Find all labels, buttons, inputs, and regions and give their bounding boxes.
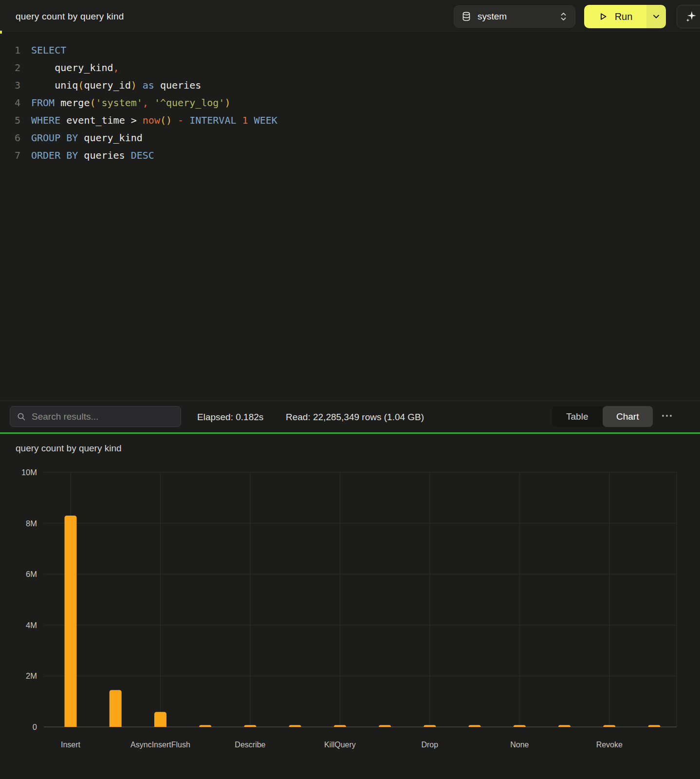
chevron-up-down-icon — [560, 11, 567, 22]
code-text: ORDER BY queries DESC — [31, 147, 154, 164]
code-token: INTERVAL — [189, 114, 236, 126]
more-options-button[interactable] — [658, 409, 676, 422]
y-tick-label: 0 — [33, 723, 37, 731]
bar-chart: 10M8M6M4M2M0InsertAsyncInsertFlushDescri… — [0, 458, 700, 779]
query-title: query count by query kind — [16, 0, 124, 33]
code-text: WHERE event_time > now() - INTERVAL 1 WE… — [31, 111, 277, 129]
x-tick-label: Revoke — [596, 741, 623, 749]
bar[interactable] — [110, 690, 122, 727]
x-tick-label: AsyncInsertFlush — [130, 741, 190, 749]
bar[interactable] — [65, 516, 77, 727]
code-token: DESC — [131, 149, 154, 161]
x-tick-label: KillQuery — [324, 741, 356, 749]
code-text: uniq(query_id) as queries — [31, 76, 201, 94]
code-token: as — [143, 79, 154, 91]
bar[interactable] — [244, 725, 256, 727]
ellipsis-icon — [662, 415, 664, 417]
code-text: SELECT — [31, 41, 66, 59]
view-toggle: Table Chart — [552, 406, 653, 427]
y-tick-label: 10M — [21, 468, 37, 477]
database-selector-value: system — [478, 11, 560, 22]
app-header: query count by query kind system Run — [0, 0, 700, 33]
code-token — [172, 114, 178, 126]
code-token: event_time > — [60, 114, 143, 126]
play-icon — [598, 12, 608, 21]
search-results-box — [10, 406, 181, 427]
bar[interactable] — [648, 725, 660, 727]
code-token: query_kind — [78, 132, 142, 144]
results-toolbar: Elapsed: 0.182s Read: 22,285,349 rows (1… — [0, 401, 700, 432]
run-button[interactable]: Run — [584, 5, 646, 28]
code-token: GROUP BY — [31, 132, 78, 144]
line-number: 7 — [0, 147, 20, 164]
code-text: FROM merge('system', '^query_log') — [31, 94, 230, 111]
code-token: queries — [154, 79, 201, 91]
code-token: now — [143, 114, 160, 126]
bar[interactable] — [558, 725, 571, 727]
code-token: merge — [55, 97, 90, 109]
code-line[interactable]: 6GROUP BY query_kind — [0, 129, 700, 147]
code-line[interactable]: 2 query_kind, — [0, 59, 700, 76]
code-token: FROM — [31, 97, 55, 109]
tab-table[interactable]: Table — [552, 406, 603, 427]
bar[interactable] — [289, 725, 301, 727]
bar[interactable] — [379, 725, 391, 727]
x-tick-label: Insert — [61, 741, 81, 749]
code-token — [184, 114, 189, 126]
tab-chart[interactable]: Chart — [603, 406, 653, 427]
read-stat: Read: 22,285,349 rows (1.04 GB) — [286, 401, 424, 433]
code-token: - — [178, 114, 184, 126]
bar[interactable] — [334, 725, 346, 727]
code-line[interactable]: 3 uniq(query_id) as queries — [0, 76, 700, 94]
bar[interactable] — [514, 725, 526, 727]
bar[interactable] — [424, 725, 436, 727]
code-token: WHERE — [31, 114, 60, 126]
code-line[interactable]: 7ORDER BY queries DESC — [0, 147, 700, 164]
code-token: ) — [131, 79, 137, 91]
code-token: query_id — [84, 79, 130, 91]
database-selector[interactable]: system — [454, 5, 575, 28]
bar[interactable] — [469, 725, 481, 727]
code-token: SELECT — [31, 44, 66, 56]
bar[interactable] — [199, 725, 211, 727]
line-number: 2 — [0, 59, 20, 76]
run-split-button: Run — [584, 5, 666, 28]
sparkles-icon — [685, 10, 698, 23]
code-line[interactable]: 4FROM merge('system', '^query_log') — [0, 94, 700, 111]
search-icon — [17, 412, 26, 421]
bar[interactable] — [154, 712, 166, 727]
code-token: () — [160, 114, 172, 126]
x-tick-label: None — [510, 741, 529, 749]
code-text: query_kind, — [31, 59, 119, 76]
line-number: 1 — [0, 41, 20, 59]
y-tick-label: 8M — [26, 519, 37, 528]
code-line[interactable]: 1SELECT — [0, 41, 700, 59]
run-options-button[interactable] — [646, 5, 666, 28]
y-tick-label: 4M — [26, 621, 37, 630]
code-token: queries — [78, 149, 130, 161]
code-token: uniq — [31, 79, 78, 91]
code-line[interactable]: 5WHERE event_time > now() - INTERVAL 1 W… — [0, 111, 700, 129]
sql-editor[interactable]: 1SELECT2 query_kind,3 uniq(query_id) as … — [0, 34, 700, 401]
y-tick-label: 6M — [26, 570, 37, 578]
line-number: 5 — [0, 111, 20, 129]
code-token: ORDER BY — [31, 149, 78, 161]
code-text: GROUP BY query_kind — [31, 129, 143, 147]
x-tick-label: Drop — [421, 741, 438, 749]
elapsed-stat: Elapsed: 0.182s — [197, 401, 263, 433]
chart-panel: query count by query kind 10M8M6M4M2M0In… — [0, 434, 700, 779]
code-token: query_kind — [31, 62, 113, 74]
ai-assist-button[interactable] — [677, 5, 700, 28]
code-token: WEEK — [248, 114, 277, 126]
chart-title: query count by query kind — [16, 443, 122, 454]
line-number: 3 — [0, 76, 20, 94]
line-number: 6 — [0, 129, 20, 147]
code-token: ( — [90, 97, 95, 109]
search-results-input[interactable] — [32, 411, 174, 422]
code-token: ( — [78, 79, 84, 91]
code-token: ) — [224, 97, 230, 109]
code-token: , — [143, 97, 148, 109]
bar[interactable] — [603, 725, 615, 727]
y-tick-label: 2M — [26, 671, 37, 680]
code-token — [137, 79, 143, 91]
